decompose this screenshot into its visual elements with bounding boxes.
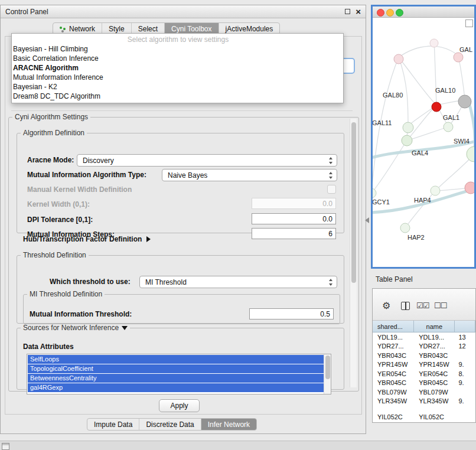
dpi-tolerance-input[interactable] [252,213,336,224]
sources-group-title[interactable]: Sources for Network Inference [21,324,130,332]
cell: 9. [455,397,475,405]
node-label: GCY1 [372,198,390,206]
list-item-selected[interactable]: BetweennessCentrality [28,374,324,383]
cell: YER054C [373,370,414,377]
tab-label: Network [69,25,95,33]
tab-discretize-data[interactable]: Discretize Data [139,419,201,430]
columns-icon[interactable] [401,302,410,310]
cell: YIL052C [373,413,414,420]
minimize-traffic-light[interactable] [386,9,394,17]
which-threshold-label: Which threshold to use: [50,278,131,286]
mi-threshold-input[interactable] [249,308,334,319]
kernel-width-input [252,198,336,209]
cell: 9. [455,361,475,368]
table-toolbar: ⚙ ☑☑ ☐☐ [373,289,475,321]
close-icon[interactable]: × [356,6,361,18]
tab-label: Discretize Data [146,420,194,429]
bottom-tabbar: Impute Data Discretize Data Infer Networ… [87,418,257,431]
which-threshold-combobox[interactable]: MI Threshold [139,276,337,288]
list-item-selected[interactable]: gal4RGexp [28,383,324,392]
zoom-traffic-light[interactable] [396,9,403,17]
table-row[interactable]: YBR045CYBR045C9. [373,379,475,388]
hidden-group-edge [11,110,353,111]
table-body: YDL19...YDL19...13 YDR27...YDR27...12 YB… [373,332,475,422]
sources-title-text: Sources for Network Inference [23,324,119,332]
deselect-all-checkboxes-icon[interactable]: ☐☐ [434,301,446,310]
threshold-definition-group: Threshold Definition Which threshold to … [17,251,344,324]
tab-impute-data[interactable]: Impute Data [87,419,139,430]
aracne-mode-combobox[interactable]: Discovery [77,154,337,167]
dropdown-item[interactable]: Bayesian - Hill Climbing [12,44,343,54]
dropdown-placeholder: Select algorithm to view settings [12,35,343,44]
hub-definition-expander[interactable]: Hub/Transcription Factor Definition [23,234,151,244]
network-canvas[interactable]: GAL80 GAL10 GAL11 GAL1 SWI4 GAL4 GCY1 HA… [373,18,474,267]
node-label: HAP2 [407,234,425,241]
control-panel-titlebar: Control Panel [1,5,366,18]
dpi-tolerance-label: DPI Tolerance [0,1]: [27,216,93,224]
dropdown-item-selected[interactable]: ARACNE Algorithm [12,63,343,73]
list-scrollbar[interactable] [324,354,331,394]
canvas-scroll-corner[interactable] [465,19,473,27]
table-panel-title: Table Panel [376,275,413,283]
mi-threshold-label: Mutual Information Threshold: [30,310,132,318]
apply-button-label: Apply [170,402,188,410]
cell: YDR27... [414,343,455,350]
column-header-shared-name[interactable]: shared... [373,321,414,332]
gear-icon[interactable]: ⚙ [382,300,390,311]
list-scrollbar-thumb[interactable] [325,356,330,379]
cell: YER054C [414,370,455,377]
group-title: Cyni Algorithm Settings [12,113,90,121]
cell: YDR27... [373,343,414,350]
table-row[interactable]: YER054CYER054C8. [373,369,475,379]
mi-type-combobox[interactable]: Naive Bayes [162,169,337,181]
cell: YLR345W [373,397,414,405]
mi-steps-input[interactable] [252,228,336,239]
close-traffic-light[interactable] [377,9,384,17]
updown-arrows-icon [328,171,334,180]
node-label: GAL80 [383,92,403,99]
network-view-window: GAL80 GAL10 GAL11 GAL1 SWI4 GAL4 GCY1 HA… [371,5,476,269]
table-row[interactable]: YBL079WYBL079W [373,387,475,397]
aracne-mode-label: Aracne Mode: [27,156,74,164]
float-window-icon[interactable] [345,9,350,14]
network-window-titlebar [373,6,474,18]
apply-button[interactable]: Apply [159,399,200,412]
minimized-window-icon[interactable] [2,443,9,450]
sources-group: Sources for Network Inference Data Attri… [17,324,344,390]
column-header-extra[interactable] [455,321,475,332]
dropdown-item[interactable]: Dream8 DC_TDC Algorithm [12,92,343,101]
combobox-value: MI Threshold [145,278,187,286]
cell: YBR045C [373,379,414,386]
bottom-band [0,441,476,450]
cell: YBL079W [373,389,414,396]
updown-arrows-icon [328,278,334,286]
settings-scrollbar[interactable] [350,119,357,387]
splitter-collapse-arrow[interactable] [365,217,369,223]
dropdown-item[interactable]: Mutual Information Inference [12,73,343,82]
cell: YBR043C [373,352,414,359]
table-row[interactable]: YDL19...YDL19...13 [373,332,475,342]
mi-threshold-group: MI Threshold Definition Mutual Informati… [23,290,340,324]
node-label: GAL11 [372,119,392,126]
table-row[interactable]: YIL052CYIL052C [373,412,475,422]
dropdown-item[interactable]: Bayesian - K2 [12,82,343,92]
settings-scrollbar-thumb[interactable] [351,122,356,283]
dropdown-item[interactable]: Basic Correlation Inference [12,54,343,63]
tab-infer-network[interactable]: Infer Network [201,419,256,430]
list-item-selected[interactable]: TopologicalCoefficient [28,364,324,373]
cell: YIL052C [414,413,455,420]
node-label: GAL4 [412,149,428,156]
table-row[interactable]: YPR145WYPR145W9. [373,360,475,370]
cell: YLR345W [414,397,455,405]
table-row[interactable]: YBR043CYBR043C [373,351,475,360]
data-attributes-label: Data Attributes [23,343,74,351]
cell: 8. [455,370,475,377]
node-label: GAL [459,46,472,53]
column-header-name[interactable]: name [414,321,455,332]
table-row[interactable]: YLR345WYLR345W9. [373,397,475,406]
select-all-checkboxes-icon[interactable]: ☑☑ [416,301,429,310]
table-row[interactable]: YDR27...YDR27...12 [373,342,475,351]
list-item-selected[interactable]: SelfLoops [28,355,324,364]
combobox-value: Naive Bayes [168,171,207,180]
group-title: Algorithm Definition [21,129,87,137]
